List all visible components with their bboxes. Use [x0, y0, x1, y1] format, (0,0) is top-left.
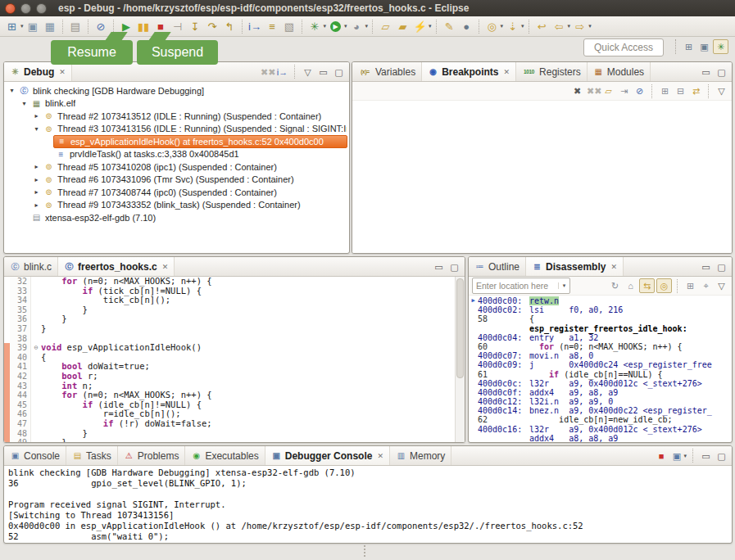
tab-breakpoints[interactable]: ◉Breakpoints✕: [422, 62, 516, 81]
tab-tasks[interactable]: ▤Tasks: [66, 446, 118, 465]
disassembly-line[interactable]: 58{: [469, 314, 732, 323]
minimize-icon[interactable]: ▭: [699, 260, 713, 274]
c-perspective-button[interactable]: ▣: [697, 39, 711, 54]
tree-row[interactable]: ▸⊚Thread #2 1073413512 (IDLE : Running) …: [4, 110, 349, 123]
tab-modules[interactable]: ▦Modules: [588, 62, 651, 81]
tab-debug[interactable]: ✳Debug✕: [4, 62, 72, 81]
window-minimize-button[interactable]: [20, 3, 31, 14]
tree-item[interactable]: ⊚Thread #9 1073433352 (blink_task) (Susp…: [41, 199, 349, 211]
tree-row[interactable]: ▸⊚Thread #6 1073431096 (Tmr Svc) (Suspen…: [4, 174, 349, 187]
code-line[interactable]: 35 }: [4, 305, 465, 315]
view-menu-icon[interactable]: ▽: [715, 84, 728, 98]
tree-row[interactable]: ▸⊚Thread #9 1073433352 (blink_task) (Sus…: [4, 199, 349, 212]
disassembly-line[interactable]: 62 idle_cb[n]=new_idle_cb;: [469, 415, 732, 424]
track-expression-toggle[interactable]: ◎: [656, 278, 672, 293]
home-button[interactable]: ⌂: [624, 278, 637, 293]
refresh-button[interactable]: ↻: [608, 278, 622, 293]
view-menu-icon[interactable]: ▽: [301, 65, 315, 79]
format-brush-button[interactable]: ✎: [441, 18, 458, 34]
tree-item[interactable]: ≡prvIdleTask() at tasks.c:3,338 0x400845…: [53, 148, 349, 160]
collapse-all-button[interactable]: ⊟: [674, 84, 687, 98]
editor-scrollbar[interactable]: [455, 277, 465, 442]
tree-item[interactable]: ▤xtensa-esp32-elf-gdb (7.10): [29, 211, 349, 224]
tree-expander-icon[interactable]: ▾: [20, 100, 29, 107]
chevron-down-icon[interactable]: ▾: [588, 23, 592, 29]
disassembly-line[interactable]: 60 for (n=0; n<MAX_HOOKS; n++) {: [469, 342, 732, 351]
debug-button[interactable]: ✳▾: [306, 18, 328, 34]
last-edit-location-button[interactable]: ↩: [533, 18, 551, 34]
tree-item[interactable]: ⊚Thread #5 1073410208 (ipc1) (Suspended …: [41, 160, 349, 173]
sash-drag-handle[interactable]: [364, 545, 369, 557]
remove-all-breakpoints-button[interactable]: ✖✖: [586, 84, 600, 98]
maximize-icon[interactable]: ▢: [332, 65, 346, 79]
code-line[interactable]: 49 }: [4, 438, 465, 442]
disassembly-line[interactable]: 400d0c07:movi.n a8, 0: [469, 351, 732, 360]
tree-row[interactable]: ≡prvIdleTask() at tasks.c:3,338 0x400845…: [4, 148, 349, 161]
code-line[interactable]: 48 }: [4, 429, 465, 439]
next-annotation-button[interactable]: ⇣▾: [504, 18, 525, 34]
tree-row[interactable]: ▸⊚Thread #5 1073410208 (ipc1) (Suspended…: [4, 160, 349, 174]
run-button[interactable]: ▶▾: [327, 18, 348, 34]
close-icon[interactable]: ✕: [610, 263, 617, 271]
chevron-down-icon[interactable]: ▾: [501, 23, 504, 29]
step-into-button[interactable]: ↧: [187, 18, 204, 34]
disassembly-line[interactable]: 61 if (idle_cb[n]==NULL) {: [469, 370, 732, 379]
tab-blink-c[interactable]: ⓒblink.c: [4, 257, 58, 276]
tree-expander-icon[interactable]: ▾: [32, 125, 41, 133]
new-binary-button[interactable]: ▤: [67, 18, 84, 34]
minimize-icon[interactable]: ▭: [699, 65, 713, 79]
open-element-button[interactable]: ▱: [377, 18, 394, 34]
tree-item[interactable]: ⊚Thread #2 1073413512 (IDLE : Running) (…: [41, 110, 349, 122]
save-all-button[interactable]: ▦: [42, 18, 59, 34]
minimize-icon[interactable]: ▭: [316, 65, 330, 79]
code-line[interactable]: 32 for (n=0; n<MAX_HOOKS; n++) {: [4, 277, 465, 287]
tree-expander-icon[interactable]: ▸: [32, 201, 41, 209]
use-step-filters-button[interactable]: ≡: [264, 18, 281, 34]
forward-button[interactable]: ⇨▾: [571, 18, 592, 34]
chevron-down-icon[interactable]: ▾: [558, 282, 569, 289]
disassembly-line[interactable]: addx4 a8, a8, a9: [469, 434, 732, 443]
chevron-down-icon[interactable]: ▾: [324, 23, 327, 29]
link-with-debug-button[interactable]: ⇄: [689, 84, 703, 98]
disassembly-line[interactable]: 400d0c02:lsi f0, a0, 216: [469, 305, 732, 314]
instruction-stepping-toggle[interactable]: i→: [275, 65, 289, 79]
minimize-icon[interactable]: ▭: [432, 260, 446, 274]
disassembly-line[interactable]: ▶400d0c00:retw.n: [469, 296, 732, 305]
disassembly-line[interactable]: 400d0c09:j 0x400d0c24 <esp_register_free: [469, 360, 732, 369]
disconnect-button[interactable]: ⊣: [170, 18, 187, 34]
remove-breakpoint-button[interactable]: ✖: [570, 84, 584, 98]
tab-variables[interactable]: (x)=Variables: [352, 62, 422, 81]
tree-expander-icon[interactable]: ▾: [7, 87, 16, 94]
tree-expander-icon[interactable]: ▸: [32, 176, 41, 183]
code-line[interactable]: 36 }: [4, 314, 465, 324]
tree-row[interactable]: ▾⊚Thread #3 1073413156 (IDLE : Running) …: [4, 123, 349, 136]
tab-debugger-console[interactable]: ▣Debugger Console✕: [265, 446, 390, 465]
flash-download-button[interactable]: ⚡▾: [411, 18, 433, 34]
chevron-down-icon[interactable]: ▾: [521, 23, 524, 29]
view-menu-icon[interactable]: ▽: [715, 278, 728, 293]
minimize-icon[interactable]: ▭: [699, 449, 713, 463]
remove-all-terminated-button[interactable]: ✖✖: [260, 65, 274, 79]
tree-row[interactable]: ▾ⓒblink checking [GDB Hardware Debugging…: [4, 84, 349, 97]
display-selected-console-button[interactable]: ▣▾: [669, 449, 687, 463]
maximize-icon[interactable]: ▢: [715, 449, 728, 463]
chevron-down-icon[interactable]: ▾: [20, 23, 24, 29]
close-icon[interactable]: ✕: [162, 263, 169, 271]
tab-freertos-hooks-c[interactable]: ⓒfreertos_hooks.c✕: [58, 257, 175, 276]
new-wizard-button[interactable]: ⊞▾: [3, 18, 25, 34]
disassembly-line[interactable]: 400d0c14:bnez.n a9, 0x400d0c22 <esp_regi…: [469, 406, 732, 415]
tree-expander-icon[interactable]: ▸: [32, 188, 41, 196]
tab-outline[interactable]: ≔Outline: [469, 257, 526, 276]
tab-memory[interactable]: ▥Memory: [390, 446, 451, 465]
code-line[interactable]: 39⊖void esp_vApplicationIdleHook(): [4, 343, 465, 353]
step-over-button[interactable]: ↷: [204, 18, 221, 34]
tree-item[interactable]: ⊚Thread #7 1073408744 (ipc0) (Suspended …: [41, 186, 349, 198]
open-perspective-button[interactable]: ⊞: [682, 39, 696, 54]
maximize-icon[interactable]: ▢: [715, 65, 728, 79]
terminate-console-button[interactable]: ■: [654, 449, 668, 463]
expand-all-button[interactable]: ⊞: [658, 84, 672, 98]
coverage-button[interactable]: ◕▾: [348, 18, 370, 34]
debug-perspective-button[interactable]: ✳: [713, 39, 728, 54]
code-line[interactable]: 47 if (!r) doWait=false;: [4, 419, 465, 429]
world-button[interactable]: ●: [458, 18, 475, 34]
